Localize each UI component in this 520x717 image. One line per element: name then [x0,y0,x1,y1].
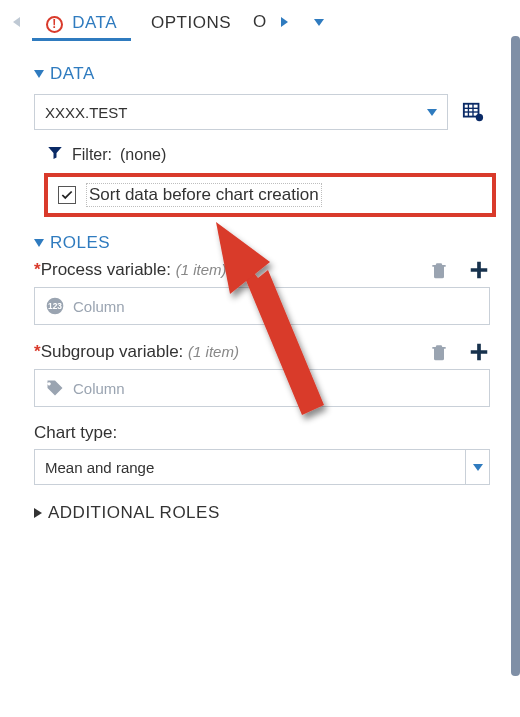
process-var-label: *Process variable: (1 item) [34,260,227,280]
chart-type-select[interactable]: Mean and range [34,449,490,485]
section-additional-roles-toggle[interactable]: ADDITIONAL ROLES [34,503,490,523]
tab-scroll-right[interactable] [274,12,294,32]
numeric-icon: 123 [45,296,65,316]
process-var-add-button[interactable] [468,259,490,281]
sort-before-checkbox[interactable] [58,186,76,204]
svg-point-5 [476,114,483,121]
caret-down-icon [34,239,44,247]
tab-overflow-cut[interactable]: O [251,4,268,40]
alert-icon: ! [46,13,63,32]
browse-table-button[interactable] [456,94,490,130]
caret-down-icon [473,464,483,471]
section-roles-title: ROLES [50,233,110,253]
section-roles-toggle[interactable]: ROLES [34,233,490,253]
tab-overflow-letter: O [253,12,266,31]
filter-value[interactable]: (none) [120,146,166,164]
chart-type-label: Chart type: [34,423,490,443]
funnel-icon [46,144,64,165]
trash-icon [429,260,449,280]
filter-label: Filter: [72,146,112,164]
tab-menu-dropdown[interactable] [306,9,332,35]
section-data-toggle[interactable]: DATA [34,64,490,84]
tab-data[interactable]: ! DATA [32,5,131,40]
subgroup-var-add-button[interactable] [468,341,490,363]
tab-scroll-left[interactable] [6,12,26,32]
trash-icon [429,342,449,362]
subgroup-var-label: *Subgroup variable: (1 item) [34,342,239,362]
plus-icon [468,341,490,363]
caret-down-icon [34,70,44,78]
tab-options[interactable]: OPTIONS [137,5,245,39]
section-additional-roles-title: ADDITIONAL ROLES [48,503,220,523]
chart-type-value: Mean and range [45,459,154,476]
check-icon [60,188,74,202]
chevron-left-icon [13,17,20,27]
caret-down-icon [427,109,437,116]
section-data-title: DATA [50,64,95,84]
process-var-placeholder: Column [73,298,125,315]
caret-down-icon [314,19,324,26]
plus-icon [468,259,490,281]
chevron-right-icon [281,17,288,27]
caret-right-icon [34,508,42,518]
svg-rect-0 [464,104,479,117]
subgroup-var-slot[interactable]: Column [34,369,490,407]
subgroup-var-placeholder: Column [73,380,125,397]
tab-label: OPTIONS [151,13,231,32]
subgroup-var-delete-button[interactable] [428,341,450,363]
table-icon [462,101,484,123]
svg-text:123: 123 [48,301,62,311]
process-var-delete-button[interactable] [428,259,450,281]
process-var-slot[interactable]: 123 Column [34,287,490,325]
tab-label: DATA [72,13,117,32]
data-source-select[interactable]: XXXX.TEST [34,94,448,130]
sort-before-label: Sort data before chart creation [86,183,322,207]
data-source-value: XXXX.TEST [45,104,128,121]
sort-option-highlight: Sort data before chart creation [44,173,496,217]
vertical-scrollbar[interactable] [511,36,520,676]
tag-icon [45,378,65,398]
